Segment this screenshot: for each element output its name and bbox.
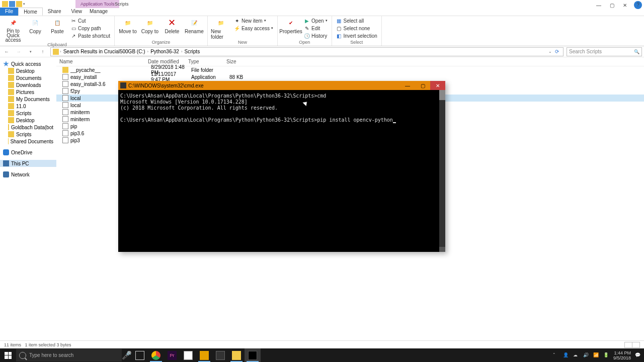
chevron-right-icon[interactable]: › xyxy=(147,49,149,54)
tray-people-icon[interactable]: 👤 xyxy=(563,352,569,358)
tab-manage[interactable]: Manage xyxy=(85,8,113,16)
cmd-scrollbar[interactable] xyxy=(439,90,445,252)
cmd-window[interactable]: C:\WINDOWS\system32\cmd.exe — ▢ ✕ C:\Use… xyxy=(118,81,445,252)
taskbar-app-calc[interactable] xyxy=(212,348,228,362)
invert-selection-button[interactable]: ◧Invert selection xyxy=(335,32,378,39)
search-input[interactable]: Search Scripts 🔍 xyxy=(567,47,642,56)
refresh-button[interactable]: ⟳ xyxy=(553,49,561,54)
nav-network[interactable]: Network xyxy=(0,171,56,178)
details-view-button[interactable] xyxy=(624,342,632,348)
cmd-titlebar[interactable]: C:\WINDOWS\system32\cmd.exe — ▢ ✕ xyxy=(118,81,445,90)
clock[interactable]: 1:44 PM9/5/2018 xyxy=(613,350,631,360)
paste-button[interactable]: 📋Paste xyxy=(47,17,67,34)
up-button[interactable]: ↑ xyxy=(38,47,47,56)
taskbar-search[interactable]: Type here to search xyxy=(16,349,122,361)
chevron-right-icon[interactable]: › xyxy=(60,49,61,54)
file-row[interactable]: __pycache__8/29/2018 1:48 PMFile folder xyxy=(56,66,644,73)
nav-item[interactable]: Documents xyxy=(0,74,56,81)
tab-home[interactable]: Home xyxy=(18,8,43,16)
file-row[interactable]: easy_install11/11/2017 9:47 PMApplicatio… xyxy=(56,73,644,80)
minimize-button[interactable]: — xyxy=(595,1,603,9)
easy-access-button[interactable]: ⚡Easy access▾ xyxy=(233,25,274,32)
edit-button[interactable]: ✎Edit xyxy=(303,25,328,32)
icons-view-button[interactable] xyxy=(632,342,640,348)
cortana-mic-icon[interactable]: 🎤 xyxy=(122,350,132,360)
action-center-icon[interactable]: 💬 xyxy=(635,352,641,358)
taskbar: Type here to search 🎤 Pr ˄ 👤 ☁ 🔊 📶 🔋 1:4… xyxy=(0,348,644,362)
move-to-button[interactable]: 📁Move to xyxy=(118,17,138,34)
pin-to-quick-access-button[interactable]: 📌Pin to Quick access xyxy=(3,17,23,42)
copy-button[interactable]: 📄Copy xyxy=(25,17,45,34)
nav-item[interactable]: Goldbach Data(bot xyxy=(0,124,56,131)
breadcrumb-seg[interactable]: Python36-32 xyxy=(149,49,180,54)
copy-to-button[interactable]: 📁Copy to xyxy=(140,17,160,34)
nav-item[interactable]: Desktop xyxy=(0,117,56,124)
col-type[interactable]: Type xyxy=(185,59,223,64)
scroll-thumb[interactable] xyxy=(439,90,445,100)
maximize-button[interactable]: ▢ xyxy=(608,1,616,9)
tab-file[interactable]: File xyxy=(0,8,18,16)
nav-item[interactable]: 11.0 xyxy=(0,103,56,110)
chevron-right-icon[interactable]: › xyxy=(181,49,183,54)
cmd-minimize-button[interactable]: — xyxy=(400,81,415,90)
nav-this-pc[interactable]: This PC xyxy=(0,160,56,167)
task-view-button[interactable] xyxy=(132,348,148,362)
paste-shortcut-button[interactable]: ↗Paste shortcut xyxy=(69,32,111,39)
taskbar-app-explorer[interactable] xyxy=(228,348,245,362)
cmd-output[interactable]: C:\Users\Ahsan\AppData\Local\Programs\Py… xyxy=(118,90,439,252)
close-button[interactable]: ✕ xyxy=(621,1,629,9)
nav-item[interactable]: Pictures xyxy=(0,88,56,96)
taskbar-app-premiere[interactable]: Pr xyxy=(164,348,180,362)
new-item-button[interactable]: ✦New item▾ xyxy=(233,17,274,24)
breadcrumb-seg[interactable]: Scripts xyxy=(184,49,201,54)
tray-up-icon[interactable]: ˄ xyxy=(553,352,559,358)
nav-item[interactable]: Downloads xyxy=(0,81,56,88)
search-icon[interactable]: 🔍 xyxy=(634,49,639,54)
nav-item[interactable]: Shared Documents xyxy=(0,138,56,145)
col-name[interactable]: Name xyxy=(56,59,145,64)
tray-volume-icon[interactable]: 🔊 xyxy=(583,352,589,358)
nav-quick-access[interactable]: Quick access xyxy=(0,60,56,67)
nav-pane: Quick access DesktopDocumentsDownloadsPi… xyxy=(0,57,56,339)
breadcrumb[interactable]: › Search Results in Crucial500GB (C:) › … xyxy=(50,47,564,56)
rename-button[interactable]: 📝Rename xyxy=(184,17,204,34)
tray-network-icon[interactable]: 📶 xyxy=(593,352,599,358)
recent-button[interactable]: ▾ xyxy=(26,47,35,56)
taskbar-app-mail[interactable] xyxy=(196,348,212,362)
tray-battery-icon[interactable]: 🔋 xyxy=(603,352,609,358)
back-button[interactable]: ← xyxy=(2,47,11,56)
delete-button[interactable]: ✕Delete xyxy=(162,17,182,34)
chevron-down-icon[interactable]: ⌄ xyxy=(548,49,552,54)
forward-button[interactable]: → xyxy=(14,47,23,56)
taskbar-app-chrome[interactable] xyxy=(148,348,164,362)
nav-onedrive[interactable]: OneDrive xyxy=(0,149,56,156)
new-folder-button[interactable]: 📁New folder xyxy=(211,17,231,40)
nav-item[interactable]: Scripts xyxy=(0,131,56,138)
nav-item[interactable]: My Documents xyxy=(0,96,56,103)
cut-button[interactable]: ✂Cut xyxy=(69,17,111,24)
tab-share[interactable]: Share xyxy=(43,8,66,16)
cmd-maximize-button[interactable]: ▢ xyxy=(415,81,430,90)
select-all-button[interactable]: ▦Select all xyxy=(335,17,378,24)
group-label: Select xyxy=(335,40,378,45)
search-placeholder: Type here to search xyxy=(29,352,73,358)
help-icon[interactable]: ? xyxy=(634,1,642,9)
taskbar-app-cmd[interactable] xyxy=(245,348,261,362)
cmd-close-button[interactable]: ✕ xyxy=(430,81,445,90)
scroll-down-icon[interactable] xyxy=(439,247,445,252)
taskbar-app-notepad[interactable] xyxy=(180,348,196,362)
nav-item[interactable]: Scripts xyxy=(0,110,56,117)
history-button[interactable]: 🕓History xyxy=(303,32,328,39)
col-size[interactable]: Size xyxy=(223,59,249,64)
breadcrumb-seg[interactable]: Search Results in Crucial500GB (C:) xyxy=(62,49,146,54)
tab-view[interactable]: View xyxy=(66,8,88,16)
tray-onedrive-icon[interactable]: ☁ xyxy=(573,352,579,358)
nav-item[interactable]: Desktop xyxy=(0,67,56,74)
col-date[interactable]: Date modified xyxy=(145,59,185,64)
start-button[interactable] xyxy=(0,348,16,362)
copy-path-button[interactable]: ▭Copy path xyxy=(69,25,111,32)
properties-button[interactable]: ✔Properties xyxy=(281,17,301,34)
select-none-button[interactable]: ▢Select none xyxy=(335,25,378,32)
qat-dropdown-icon[interactable]: ▾ xyxy=(23,2,25,6)
open-button[interactable]: ▶Open▾ xyxy=(303,17,328,24)
